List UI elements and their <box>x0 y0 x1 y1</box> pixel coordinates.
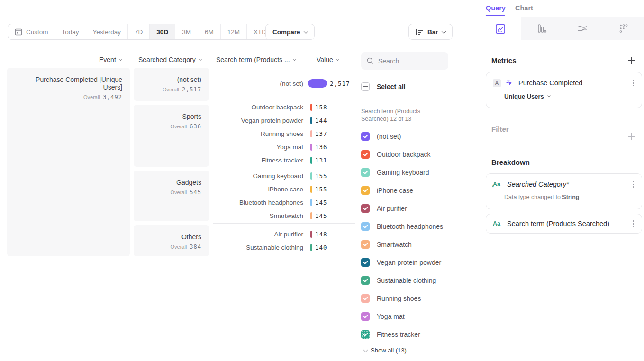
aa-text-icon: Aa* <box>493 181 502 188</box>
value-bar <box>310 117 312 124</box>
chart-row: Bluetooth headphones145 <box>213 196 355 209</box>
checkbox[interactable] <box>361 222 370 231</box>
add-metric-button[interactable] <box>628 57 635 64</box>
checkbox[interactable] <box>361 312 370 321</box>
compare-button[interactable]: Compare <box>265 24 315 40</box>
checkbox[interactable] <box>361 330 370 339</box>
filter-item[interactable]: Yoga mat <box>361 307 478 325</box>
filter-item[interactable]: iPhone case <box>361 181 478 199</box>
checkbox[interactable] <box>361 294 370 303</box>
tab-retention[interactable] <box>603 17 644 40</box>
filter-item[interactable]: Sustainable clothing <box>361 271 478 289</box>
kebab-icon[interactable] <box>632 180 635 189</box>
chart-row: Yoga mat136 <box>213 140 355 153</box>
checkbox[interactable] <box>361 240 370 249</box>
checkbox[interactable] <box>361 204 370 213</box>
click-event-icon <box>506 79 514 87</box>
column-header-searched-category[interactable]: Searched Category <box>138 56 201 63</box>
chart-section-sports: Outdoor backpack158 Vegan protein powder… <box>213 99 355 168</box>
calendar-icon <box>15 28 22 36</box>
series-badge: A <box>493 79 501 87</box>
breakdown-card-search-term[interactable]: Aa Search term (Products Searched) <box>486 214 642 234</box>
checkbox[interactable] <box>361 186 370 195</box>
breakdown-property-name: Search term (Products Searched) <box>507 220 627 227</box>
checkbox[interactable] <box>361 150 370 159</box>
check-icon <box>363 152 368 156</box>
date-range-today[interactable]: Today <box>55 24 86 39</box>
value-bar <box>310 157 312 164</box>
filter-item[interactable]: (not set) <box>361 127 478 145</box>
date-range-custom[interactable]: Custom <box>8 24 55 39</box>
select-all-row[interactable]: Select all <box>361 82 406 91</box>
aggregation-dropdown[interactable]: Unique Users <box>504 93 642 100</box>
chart-row: Air purifier148 <box>213 227 355 241</box>
chart-type-button[interactable]: Bar <box>408 24 453 40</box>
chart-section-not-set: (not set) 2,517 <box>213 68 355 99</box>
checkbox[interactable] <box>361 168 370 177</box>
add-filter-button[interactable] <box>628 133 635 140</box>
breakdown-card-searched-category[interactable]: Aa* Searched Category* Data type changed… <box>486 173 642 209</box>
kebab-icon[interactable] <box>632 219 635 228</box>
metric-card[interactable]: A Purchase Completed Unique Users <box>486 72 642 108</box>
category-card: (not set) Overall2,517 <box>134 68 209 101</box>
chevron-down-icon <box>547 94 551 98</box>
filter-item[interactable]: Smartwatch <box>361 235 478 253</box>
value-bar <box>310 199 312 206</box>
column-header-event[interactable]: Event <box>99 56 122 63</box>
chart-row: Smartwatch145 <box>213 209 355 222</box>
date-range-yesterday[interactable]: Yesterday <box>86 24 128 39</box>
chart-row: Sustainable clothing140 <box>213 241 355 254</box>
date-range-12m[interactable]: 12M <box>221 24 247 39</box>
check-icon <box>363 170 368 174</box>
value-bar <box>308 79 327 88</box>
tab-query[interactable]: Query <box>486 4 506 12</box>
checkbox[interactable] <box>361 132 370 141</box>
chart-row: Gaming keyboard155 <box>213 169 355 182</box>
value-bar <box>310 130 312 137</box>
category-card: Others Overall384 <box>134 225 209 256</box>
date-range-30d[interactable]: 30D <box>150 24 175 39</box>
search-input[interactable] <box>378 57 440 65</box>
filter-header: Filter <box>491 125 509 133</box>
tab-insights[interactable] <box>480 17 521 40</box>
active-tab-underline <box>486 15 505 16</box>
filter-item[interactable]: Fitness tracker <box>361 325 478 343</box>
check-icon <box>363 188 368 192</box>
tab-chart[interactable]: Chart <box>515 4 533 12</box>
value-bar <box>310 212 312 219</box>
tab-flows[interactable] <box>562 17 603 40</box>
line-chart-tab-icon <box>495 23 506 35</box>
flows-tab-icon <box>576 23 589 34</box>
chart-row: Vegan protein powder144 <box>213 114 355 127</box>
check-icon <box>363 278 368 282</box>
filter-item[interactable]: Air purifier <box>361 199 478 217</box>
filter-item[interactable]: Vegan protein powder <box>361 253 478 271</box>
check-icon <box>363 242 368 246</box>
filter-item[interactable]: Outdoor backpack <box>361 145 478 163</box>
chart-section-others: Air purifier148 Sustainable clothing140 <box>213 224 355 258</box>
column-header-value[interactable]: Value <box>317 56 339 63</box>
tab-funnels[interactable] <box>521 17 562 40</box>
date-range-6m[interactable]: 6M <box>198 24 221 39</box>
value-bar <box>310 144 312 151</box>
filter-item[interactable]: Gaming keyboard <box>361 163 478 181</box>
chart-section-gadgets: Gaming keyboard155 iPhone case155 Blueto… <box>213 168 355 223</box>
chart-row: Fitness tracker131 <box>213 153 355 167</box>
value-bar <box>310 244 312 251</box>
date-range-3m[interactable]: 3M <box>175 24 198 39</box>
select-all-checkbox[interactable] <box>361 82 370 91</box>
chevron-down-icon <box>441 29 446 34</box>
filter-item[interactable]: Running shoes <box>361 289 478 307</box>
checkbox[interactable] <box>361 276 370 285</box>
filter-item[interactable]: Bluetooth headphones <box>361 217 478 235</box>
chevron-down-icon <box>363 347 368 352</box>
kebab-icon[interactable] <box>632 79 635 87</box>
checkbox[interactable] <box>361 258 370 267</box>
date-range-7d[interactable]: 7D <box>128 24 150 39</box>
column-header-search-term[interactable]: Search term (Products ... <box>216 56 296 63</box>
show-all-link[interactable]: Show all (13) <box>364 347 407 354</box>
chart-row: Running shoes137 <box>213 127 355 140</box>
chevron-down-icon <box>293 57 296 61</box>
chevron-down-icon <box>199 57 202 61</box>
chart-row: (not set) 2,517 <box>213 68 355 99</box>
